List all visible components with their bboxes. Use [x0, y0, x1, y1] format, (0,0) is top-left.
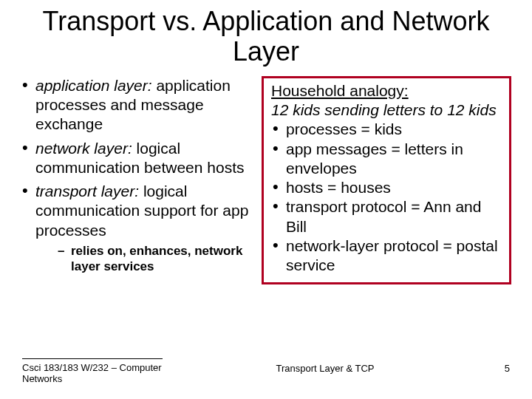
footer-center: Transport Layer & TCP [185, 358, 466, 374]
term: transport layer: [35, 183, 139, 200]
term: network layer: [35, 140, 132, 157]
bullet-transport-layer: transport layer: logical communication s… [21, 182, 251, 274]
course-code: Csci 183/183 W/232 – Computer Networks [22, 362, 162, 384]
slide-footer: Csci 183/183 W/232 – Computer Networks T… [0, 358, 532, 384]
bullet-application-layer: application layer: application processes… [21, 76, 251, 134]
sub-bullet: relies on, enhances, network layer servi… [58, 243, 251, 275]
page-number: 5 [466, 358, 510, 374]
slide-body: application layer: application processes… [0, 76, 532, 285]
term: application layer: [35, 77, 152, 94]
analogy-subheading: 12 kids sending letters to 12 kids [271, 100, 502, 120]
analogy-bullet: network-layer protocol = postal service [271, 236, 502, 276]
analogy-box: Household analogy: 12 kids sending lette… [262, 76, 511, 285]
analogy-bullet: processes = kids [271, 120, 502, 139]
footer-rule [22, 358, 163, 359]
analogy-bullet: transport protocol = Ann and Bill [271, 197, 502, 236]
bullet-network-layer: network layer: logical communication bet… [21, 139, 251, 178]
analogy-bullet: hosts = houses [271, 178, 502, 197]
left-column: application layer: application processes… [21, 76, 251, 285]
analogy-bullet: app messages = letters in envelopes [271, 140, 502, 179]
analogy-heading: Household analogy: [271, 81, 502, 100]
footer-left: Csci 183/183 W/232 – Computer Networks [22, 358, 185, 384]
slide-title: Transport vs. Application and Network La… [0, 0, 532, 76]
